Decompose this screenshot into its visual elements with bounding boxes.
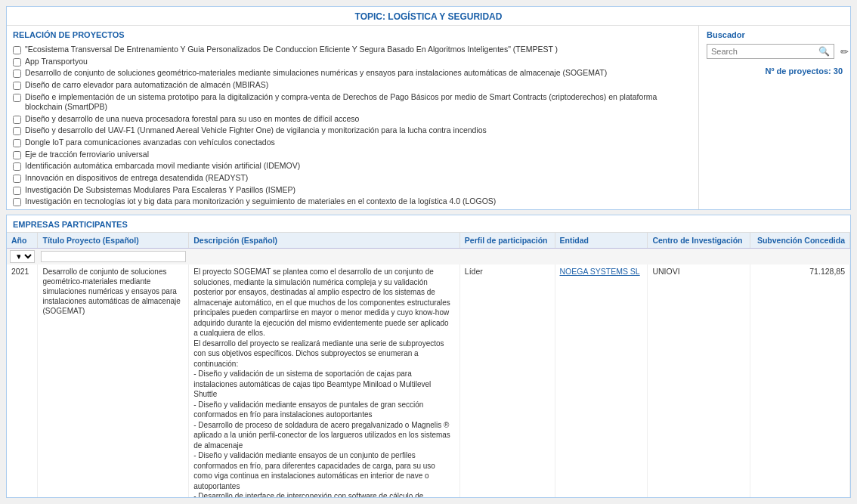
- project-label-5: Diseño e implementación de un sistema pr…: [25, 92, 692, 113]
- pen-icon[interactable]: ✏: [840, 46, 849, 57]
- project-item: App Transportyou: [13, 56, 692, 68]
- project-checkbox-6[interactable]: [13, 116, 21, 124]
- col-header-perfil: Perfil de participación: [459, 233, 555, 249]
- filter-entidad: [555, 249, 648, 265]
- project-item: Diseño y desarrollo del UAV-F1 (Unmaned …: [13, 125, 692, 137]
- filter-perfil: [459, 249, 555, 265]
- cell-centro: UNIOVI: [648, 264, 750, 497]
- project-item: Diseño de carro elevador para automatiza…: [13, 79, 692, 91]
- project-count: Nº de proyectos: 30: [707, 66, 843, 76]
- topic-header: TOPIC: LOGÍSTICA Y SEGURIDAD: [7, 7, 850, 26]
- project-item: Diseño e implementación de un sistema pr…: [13, 91, 692, 113]
- cell-descripcion: El proyecto SOGEMAT se plantea como el d…: [189, 264, 460, 497]
- cell-entidad: NOEGA SYSTEMS SL: [555, 264, 648, 497]
- col-header-año: Año: [7, 233, 38, 249]
- project-checkbox-12[interactable]: [13, 187, 21, 195]
- project-label-1: "Ecosistema Transversal De Entrenamiento…: [25, 45, 558, 55]
- project-label-2: App Transportyou: [25, 57, 88, 67]
- project-item: Investigación De Subsistemas Modulares P…: [13, 184, 692, 196]
- project-checkbox-7[interactable]: [13, 127, 21, 135]
- project-checkbox-10[interactable]: [13, 162, 21, 171]
- filter-descripcion: [189, 249, 460, 265]
- projects-section: RELACIÓN DE PROYECTOS "Ecosistema Transv…: [7, 26, 699, 209]
- search-section: Buscador 🔍 ✏ Nº de proyectos: 30: [699, 26, 850, 209]
- filter-año[interactable]: ▼: [7, 249, 38, 265]
- project-checkbox-8[interactable]: [13, 139, 21, 147]
- cell-subvencion: 71.128,85: [750, 264, 849, 497]
- entity-link[interactable]: NOEGA SYSTEMS SL: [560, 267, 640, 276]
- project-item: Eje de tracción ferroviario universal: [13, 149, 692, 161]
- project-item: Diseño y desarrollo de una nueva procesa…: [13, 113, 692, 125]
- project-label-11: Innovación en dispositivos de entrega de…: [25, 173, 248, 184]
- col-header-entidad: Entidad: [555, 233, 648, 249]
- filter-subvencion: [750, 249, 849, 265]
- companies-section-title: EMPRESAS PARTICIPANTES: [7, 215, 850, 233]
- companies-table: Año Título Proyecto (Español) Descripció…: [7, 233, 850, 497]
- cell-año: 2021: [7, 264, 38, 497]
- project-label-6: Diseño y desarrollo de una nueva procesa…: [25, 114, 359, 125]
- table-filter-row: ▼: [7, 249, 850, 265]
- project-checkbox-3[interactable]: [13, 70, 21, 78]
- bottom-panel: EMPRESAS PARTICIPANTES Año Título Proyec…: [6, 215, 851, 498]
- project-checkbox-2[interactable]: [13, 58, 21, 66]
- projects-list: "Ecosistema Transversal De Entrenamiento…: [7, 42, 698, 209]
- project-label-7: Diseño y desarrollo del UAV-F1 (Unmaned …: [25, 125, 487, 136]
- cell-titulo: Desarrollo de conjunto de soluciones geo…: [38, 264, 189, 497]
- project-checkbox-11[interactable]: [13, 175, 21, 183]
- search-input[interactable]: [711, 47, 815, 56]
- main-container: TOPIC: LOGÍSTICA Y SEGURIDAD RELACIÓN DE…: [0, 0, 857, 504]
- project-label-9: Eje de tracción ferroviario universal: [25, 150, 149, 160]
- project-label-8: Dongle IoT para comunicaciones avanzadas…: [25, 138, 275, 148]
- project-item: Desarrollo de conjunto de soluciones geo…: [13, 67, 692, 79]
- project-checkbox-13[interactable]: [13, 198, 21, 206]
- cell-perfil: Líder: [459, 264, 555, 497]
- top-panel: TOPIC: LOGÍSTICA Y SEGURIDAD RELACIÓN DE…: [6, 6, 851, 210]
- search-icon[interactable]: 🔍: [818, 46, 830, 57]
- col-header-titulo: Título Proyecto (Español): [38, 233, 189, 249]
- project-checkbox-9[interactable]: [13, 151, 21, 159]
- project-label-14: Investigación sobre nuevos métodos de un…: [25, 209, 556, 209]
- project-checkbox-5[interactable]: [13, 94, 21, 102]
- col-header-centro: Centro de Investigación: [648, 233, 750, 249]
- buscador-label: Buscador: [707, 30, 843, 39]
- project-item: Innovación en dispositivos de entrega de…: [13, 172, 692, 184]
- table-body: 2021Desarrollo de conjunto de soluciones…: [7, 264, 850, 497]
- project-label-10: Identificación automática embarcada movi…: [25, 161, 300, 172]
- projects-section-title: RELACIÓN DE PROYECTOS: [7, 26, 698, 42]
- project-item: Investigación en tecnologías iot y big d…: [13, 196, 692, 208]
- project-label-3: Desarrollo de conjunto de soluciones geo…: [25, 68, 607, 79]
- top-panel-content: RELACIÓN DE PROYECTOS "Ecosistema Transv…: [7, 26, 850, 209]
- project-item: Investigación sobre nuevos métodos de un…: [13, 208, 692, 209]
- project-label-13: Investigación en tecnologías iot y big d…: [25, 196, 496, 207]
- project-item: "Ecosistema Transversal De Entrenamiento…: [13, 44, 692, 56]
- project-checkbox-1[interactable]: [13, 46, 21, 54]
- project-item: Dongle IoT para comunicaciones avanzadas…: [13, 137, 692, 149]
- col-header-subvencion: Subvención Concedida: [750, 233, 849, 249]
- col-header-descripcion: Descripción (Español): [189, 233, 460, 249]
- table-header-row: Año Título Proyecto (Español) Descripció…: [7, 233, 850, 249]
- project-item: Identificación automática embarcada movi…: [13, 160, 692, 172]
- table-container[interactable]: Año Título Proyecto (Español) Descripció…: [7, 233, 850, 497]
- table-row: 2021Desarrollo de conjunto de soluciones…: [7, 264, 850, 497]
- project-checkbox-4[interactable]: [13, 82, 21, 90]
- filter-titulo[interactable]: [38, 249, 189, 265]
- project-label-4: Diseño de carro elevador para automatiza…: [25, 80, 268, 91]
- filter-centro: [648, 249, 750, 265]
- search-input-wrapper: 🔍: [707, 44, 834, 59]
- project-label-12: Investigación De Subsistemas Modulares P…: [25, 185, 295, 196]
